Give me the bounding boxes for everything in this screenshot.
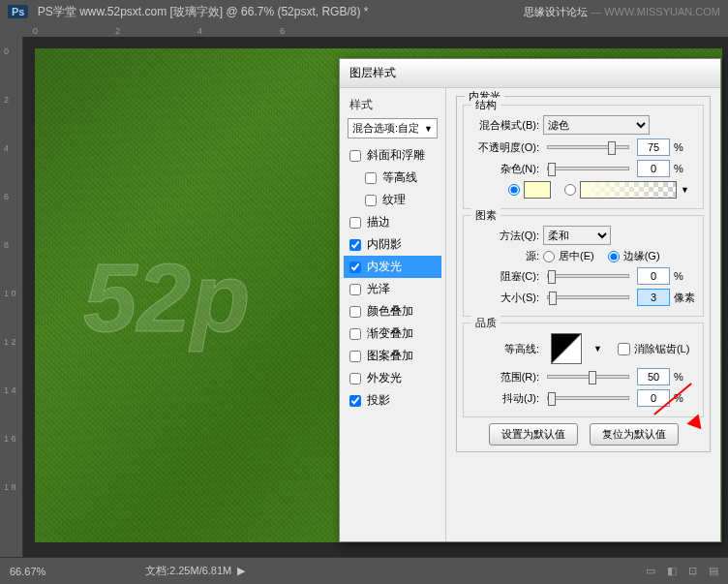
- statusbar-icon[interactable]: ◧: [667, 565, 677, 577]
- size-unit: 像素: [674, 291, 697, 305]
- color-swatch[interactable]: [524, 181, 551, 199]
- status-bar: 66.67% 文档:2.25M/6.81M ▶ ▭ ◧ ⊡ ▤: [0, 557, 728, 584]
- style-item-8[interactable]: 渐变叠加: [344, 323, 441, 345]
- zoom-level[interactable]: 66.67%: [10, 566, 87, 577]
- doc-info: 文档:2.25M/6.81M: [145, 564, 231, 578]
- style-label: 颜色叠加: [367, 303, 413, 320]
- noise-slider[interactable]: [547, 167, 629, 170]
- noise-label: 杂色(N):: [470, 162, 539, 176]
- style-label: 内发光: [367, 259, 402, 275]
- style-checkbox[interactable]: [349, 284, 361, 295]
- style-item-4[interactable]: 内阴影: [344, 233, 441, 256]
- style-checkbox[interactable]: [349, 395, 361, 407]
- style-item-3[interactable]: 描边: [344, 211, 441, 233]
- glass-text-layer: 52p: [83, 242, 250, 353]
- style-item-5[interactable]: 内发光: [344, 256, 441, 278]
- dialog-title: 图层样式: [340, 59, 720, 88]
- size-input[interactable]: [637, 289, 670, 306]
- opacity-input[interactable]: [637, 138, 670, 156]
- style-item-9[interactable]: 图案叠加: [344, 345, 441, 367]
- style-checkbox[interactable]: [349, 261, 361, 273]
- style-label: 描边: [367, 214, 390, 231]
- source-edge-radio[interactable]: [608, 251, 620, 262]
- style-item-0[interactable]: 斜面和浮雕: [344, 144, 441, 167]
- style-label: 图案叠加: [367, 348, 413, 364]
- inner-glow-panel: 内发光 结构 混合模式(B): 滤色 不透明度(O): % 杂色(N):: [446, 88, 720, 541]
- reset-default-button[interactable]: 复位为默认值: [590, 423, 679, 446]
- statusbar-icon[interactable]: ▭: [646, 565, 655, 577]
- style-item-10[interactable]: 外发光: [344, 367, 441, 389]
- ps-icon: Ps: [8, 5, 28, 18]
- opacity-unit: %: [674, 141, 697, 153]
- choke-slider[interactable]: [547, 274, 629, 278]
- style-label: 等高线: [382, 169, 417, 186]
- technique-select[interactable]: 柔和: [543, 226, 611, 245]
- title-bar: Ps PS学堂 www.52psxt.com [玻璃字效] @ 66.7% (5…: [0, 0, 728, 24]
- contour-label: 等高线:: [470, 342, 539, 356]
- style-item-7[interactable]: 颜色叠加: [344, 300, 441, 323]
- style-label: 光泽: [367, 281, 390, 297]
- quality-legend: 品质: [471, 316, 500, 330]
- opacity-label: 不透明度(O):: [470, 140, 539, 155]
- source-center-radio[interactable]: [543, 251, 555, 262]
- structure-legend: 结构: [471, 98, 500, 112]
- style-item-2[interactable]: 纹理: [344, 189, 441, 211]
- elements-legend: 图素: [471, 208, 500, 223]
- range-input[interactable]: [637, 368, 670, 385]
- gradient-swatch[interactable]: [580, 181, 677, 199]
- style-label: 纹理: [382, 192, 406, 208]
- source-label: 源:: [470, 249, 539, 263]
- blend-options-combo[interactable]: 混合选项:自定▼: [348, 118, 438, 138]
- styles-header: 样式: [344, 94, 441, 116]
- watermark: 思缘设计论坛 — WWW.MISSYUAN.COM: [524, 5, 720, 19]
- gradient-radio[interactable]: [564, 184, 576, 196]
- statusbar-icon[interactable]: ▤: [709, 565, 718, 577]
- style-list: 样式 混合选项:自定▼ 斜面和浮雕等高线纹理描边内阴影内发光光泽颜色叠加渐变叠加…: [340, 88, 446, 541]
- range-label: 范围(R):: [470, 370, 539, 384]
- choke-unit: %: [674, 270, 697, 282]
- style-label: 渐变叠加: [367, 325, 413, 342]
- gradient-dropdown-icon[interactable]: ▼: [681, 185, 689, 195]
- jitter-label: 抖动(J):: [470, 391, 539, 406]
- technique-label: 方法(Q):: [470, 229, 539, 243]
- style-checkbox[interactable]: [349, 351, 361, 362]
- jitter-slider[interactable]: [547, 396, 629, 400]
- style-checkbox[interactable]: [365, 195, 377, 206]
- noise-input[interactable]: [637, 160, 670, 177]
- size-slider[interactable]: [547, 295, 629, 299]
- antialias-checkbox[interactable]: [618, 343, 630, 355]
- style-label: 斜面和浮雕: [367, 147, 425, 164]
- ruler-vertical: 0 2 4 6 8 1 0 1 2 1 4 1 6 1 8: [0, 37, 23, 557]
- style-checkbox[interactable]: [349, 150, 361, 162]
- choke-label: 阻塞(C):: [470, 269, 539, 284]
- style-checkbox[interactable]: [349, 328, 361, 340]
- source-center-label: 居中(E): [559, 249, 594, 263]
- style-item-6[interactable]: 光泽: [344, 278, 441, 300]
- choke-input[interactable]: [637, 267, 670, 285]
- source-edge-label: 边缘(G): [623, 249, 660, 263]
- opacity-slider[interactable]: [547, 145, 629, 149]
- style-checkbox[interactable]: [349, 373, 361, 384]
- make-default-button[interactable]: 设置为默认值: [489, 423, 578, 446]
- style-label: 内阴影: [367, 236, 402, 253]
- style-checkbox[interactable]: [349, 306, 361, 318]
- blend-mode-select[interactable]: 滤色: [543, 115, 650, 135]
- style-checkbox[interactable]: [349, 239, 361, 251]
- range-slider[interactable]: [547, 375, 629, 379]
- contour-picker[interactable]: [551, 333, 582, 364]
- doc-info-caret-icon[interactable]: ▶: [237, 565, 245, 577]
- size-label: 大小(S):: [470, 291, 539, 305]
- style-label: 外发光: [367, 370, 402, 386]
- statusbar-icon[interactable]: ⊡: [688, 565, 697, 577]
- blend-mode-label: 混合模式(B):: [470, 118, 539, 133]
- style-label: 投影: [367, 392, 390, 409]
- noise-unit: %: [674, 163, 697, 174]
- style-item-1[interactable]: 等高线: [344, 167, 441, 189]
- style-item-11[interactable]: 投影: [344, 389, 441, 412]
- range-unit: %: [674, 371, 697, 383]
- style-checkbox[interactable]: [349, 217, 361, 229]
- document-title: PS学堂 www.52psxt.com [玻璃字效] @ 66.7% (52ps…: [38, 5, 369, 18]
- antialias-label: 消除锯齿(L): [634, 342, 689, 356]
- style-checkbox[interactable]: [365, 172, 377, 184]
- color-radio[interactable]: [508, 184, 520, 196]
